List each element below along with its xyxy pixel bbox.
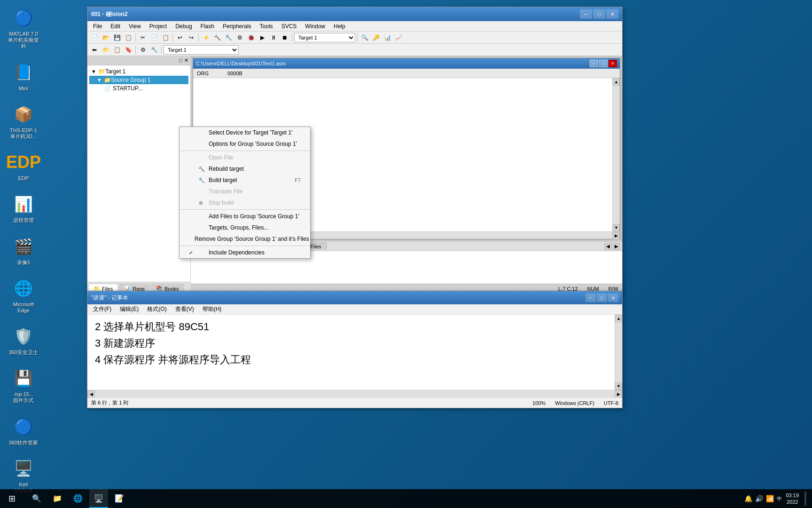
notepad-maximize[interactable]: □ xyxy=(597,294,607,302)
desktop-icon-360guard[interactable]: 🛡️ 360安全卫士 xyxy=(5,323,42,357)
tb2-b4[interactable]: 🔖 xyxy=(123,45,133,55)
notepad-scroll-up[interactable]: ▲ xyxy=(615,315,622,322)
menu-view[interactable]: View xyxy=(125,22,145,31)
tb-b8[interactable]: ⏹ xyxy=(280,32,290,43)
notepad-menu-file[interactable]: 文件(F) xyxy=(89,304,115,314)
notify-icon-2[interactable]: 🔊 xyxy=(755,495,763,502)
desktop-icon-isp[interactable]: 💾 -isp-15...固件方式 xyxy=(5,365,42,405)
ctx-targets-groups[interactable]: Targets, Groups, Files... xyxy=(180,222,310,233)
editor-close[interactable]: ✕ xyxy=(609,60,617,67)
tb-b3[interactable]: 🔧 xyxy=(223,32,234,43)
notepad-vscrollbar[interactable]: ▲ ▼ xyxy=(615,315,622,390)
tab-scroll-left[interactable]: ◀ xyxy=(604,243,612,250)
tb-b1[interactable]: ⚡ xyxy=(201,32,211,43)
start-button[interactable]: ⊞ xyxy=(0,489,23,508)
notepad-menu-help[interactable]: 帮助(H) xyxy=(199,304,226,314)
menu-peripherals[interactable]: Peripherals xyxy=(219,22,255,31)
taskbar-files[interactable]: 📁 xyxy=(48,489,67,508)
tb2-b6[interactable]: 🔧 xyxy=(149,45,159,55)
tb-b10[interactable]: 📊 xyxy=(382,32,392,43)
editor-vscrollbar[interactable]: ▲ ▼ xyxy=(612,78,620,231)
tb-copy[interactable]: 📄 xyxy=(149,32,159,43)
ctx-include-deps[interactable]: ✓ Include Dependencies xyxy=(180,247,310,258)
editor-minimize[interactable]: ─ xyxy=(590,60,598,67)
close-button[interactable]: ✕ xyxy=(606,9,618,19)
desktop-icon-rec5[interactable]: 🎬 录像5 xyxy=(5,233,42,268)
notepad-menu-view[interactable]: 查看(V) xyxy=(172,304,198,314)
ctx-options-group[interactable]: Options for Group 'Source Group 1' xyxy=(180,138,310,150)
target-dropdown2[interactable]: Target 1 xyxy=(164,45,239,55)
menu-edit[interactable]: Edit xyxy=(107,22,124,31)
desktop-icon-mini[interactable]: 📘 Mini xyxy=(5,59,42,94)
desktop-icon-procmgr[interactable]: 📊 进程管理 xyxy=(5,191,42,225)
tree-target[interactable]: ▼ 📁 Target 1 xyxy=(89,67,188,76)
minimize-button[interactable]: ─ xyxy=(580,9,592,19)
tb-b7[interactable]: ⏸ xyxy=(268,32,279,43)
tb2-b1[interactable]: ⬅ xyxy=(89,45,100,55)
ctx-select-device[interactable]: Select Device for Target 'Target 1' xyxy=(180,127,310,138)
show-desktop-btn[interactable] xyxy=(804,492,806,506)
ctx-remove-group[interactable]: Remove Group 'Source Group 1' and it's F… xyxy=(180,233,310,245)
tb-redo[interactable]: ↪ xyxy=(186,32,196,43)
tb2-b2[interactable]: 📁 xyxy=(101,45,111,55)
hscroll-right-btn[interactable]: ▶ xyxy=(612,232,620,239)
tb2-b5[interactable]: ⚙ xyxy=(138,45,148,55)
tb-save[interactable]: 💾 xyxy=(112,32,122,43)
tree-source-group[interactable]: ▼ 📁 Source Group 1 xyxy=(89,76,188,84)
scroll-down-btn[interactable]: ▼ xyxy=(613,224,620,231)
desktop-icon-edge[interactable]: 🌐 MicrosoftEdge xyxy=(5,275,42,316)
menu-debug[interactable]: Debug xyxy=(172,22,195,31)
taskbar-edge[interactable]: 🌐 xyxy=(69,489,87,508)
ctx-rebuild[interactable]: 🔨 Rebuild target xyxy=(180,163,310,175)
tb-cut[interactable]: ✂ xyxy=(138,32,148,43)
notepad-menu-edit[interactable]: 编辑(E) xyxy=(116,304,142,314)
tb-b4[interactable]: ⚙ xyxy=(234,32,245,43)
notify-icon-4[interactable]: 中 xyxy=(777,495,782,502)
menu-flash[interactable]: Flash xyxy=(197,22,218,31)
panel-restore-icon[interactable]: □ xyxy=(179,57,182,64)
desktop-icon-matlab[interactable]: 🔵 MATLAB 7.0 单片机实验室 科 xyxy=(5,5,42,52)
menu-help[interactable]: Help xyxy=(330,22,349,31)
ctx-build[interactable]: 🔧 Build target F7 xyxy=(180,175,310,186)
tree-startup-file[interactable]: 📄 STARTUP... xyxy=(89,84,188,93)
tb-paste[interactable]: 📋 xyxy=(160,32,171,43)
menu-file[interactable]: File xyxy=(89,22,106,31)
tb-undo[interactable]: ↩ xyxy=(175,32,185,43)
tab-scroll-right[interactable]: ▶ xyxy=(613,243,620,250)
tb-b11[interactable]: 📈 xyxy=(393,32,404,43)
tb-b2[interactable]: 🔨 xyxy=(212,32,222,43)
taskbar-search[interactable]: 🔍 xyxy=(27,489,46,508)
tb-new[interactable]: 📄 xyxy=(89,32,100,43)
taskbar-datetime[interactable]: 03:19 2022 xyxy=(786,492,799,506)
scroll-up-btn[interactable]: ▲ xyxy=(613,78,620,86)
menu-project[interactable]: Project xyxy=(146,22,171,31)
taskbar-notepad[interactable]: 📝 xyxy=(110,489,129,508)
tb-b6[interactable]: ▶ xyxy=(257,32,267,43)
tb-b9[interactable]: 🔑 xyxy=(371,32,381,43)
notify-icon-3[interactable]: 📶 xyxy=(766,495,774,502)
ctx-add-files[interactable]: Add Files to Group 'Source Group 1' xyxy=(180,211,310,222)
tb-b5[interactable]: 🐞 xyxy=(246,32,256,43)
notepad-close[interactable]: ✕ xyxy=(608,294,618,302)
desktop-icon-360mgr[interactable]: 🔵 360软件管家 xyxy=(5,413,42,448)
notepad-hscroll-left[interactable]: ◀ xyxy=(87,390,95,398)
tb-open[interactable]: 📂 xyxy=(101,32,111,43)
notepad-hscrollbar[interactable]: ◀ ▶ xyxy=(87,390,622,397)
editor-restore[interactable]: □ xyxy=(599,60,608,67)
notepad-content[interactable]: 2 选择单片机型号 89C51 3 新建源程序 4 保存源程序 并将源程序导入工… xyxy=(87,315,615,390)
tb2-b3[interactable]: 📋 xyxy=(112,45,122,55)
desktop-icon-edp[interactable]: EDP EDP xyxy=(5,149,42,183)
tb-search[interactable]: 🔍 xyxy=(359,32,370,43)
notepad-menu-format[interactable]: 格式(O) xyxy=(143,304,170,314)
menu-svcs[interactable]: SVCS xyxy=(278,22,301,31)
taskbar-keil-active[interactable]: 🖥️ xyxy=(89,489,108,508)
notepad-scroll-down[interactable]: ▼ xyxy=(615,382,622,390)
target-dropdown[interactable]: Target 1 xyxy=(294,33,355,42)
tb-saveall[interactable]: 📋 xyxy=(123,32,133,43)
panel-close-icon[interactable]: ✕ xyxy=(184,57,188,64)
desktop-icon-ths[interactable]: 📦 THS-EDP-1单片机3D... xyxy=(5,101,42,142)
notepad-hscroll-right[interactable]: ▶ xyxy=(615,390,622,398)
menu-tools[interactable]: Tools xyxy=(256,22,277,31)
notepad-minimize[interactable]: ─ xyxy=(586,294,596,302)
menu-window[interactable]: Window xyxy=(301,22,329,31)
